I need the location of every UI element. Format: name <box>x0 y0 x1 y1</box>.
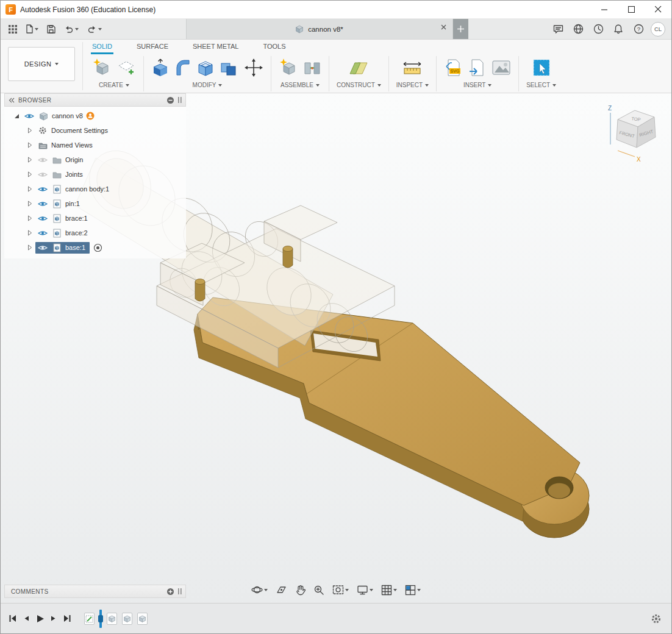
go-to-start-button[interactable] <box>8 614 17 623</box>
insert-svg-icon[interactable]: SVG <box>444 58 463 77</box>
new-component-icon[interactable] <box>92 58 112 77</box>
play-button[interactable] <box>35 614 45 624</box>
timeline-feature-sketch[interactable] <box>84 613 95 625</box>
go-to-end-button[interactable] <box>63 614 72 623</box>
press-pull-icon[interactable] <box>151 58 170 77</box>
user-avatar[interactable]: CL <box>651 22 665 37</box>
visibility-eye-off-icon[interactable] <box>37 157 48 163</box>
tab-sheet-metal[interactable]: SHEET METAL <box>191 40 240 54</box>
new-tab-button[interactable] <box>453 19 468 39</box>
maximize-button[interactable] <box>618 1 645 19</box>
group-modify-dropdown[interactable]: MODIFY <box>193 82 223 88</box>
measure-icon[interactable] <box>402 58 423 77</box>
timeline-settings-button[interactable] <box>651 613 671 624</box>
activate-component-radio[interactable] <box>93 243 102 252</box>
create-sketch-icon[interactable] <box>116 58 136 77</box>
expander-collapsed-icon[interactable] <box>26 244 34 251</box>
undo-button[interactable] <box>61 23 82 35</box>
file-menu-button[interactable] <box>23 22 41 36</box>
browser-drag-grip[interactable] <box>177 97 185 103</box>
insert-derive-icon[interactable] <box>468 58 487 77</box>
grid-settings-button[interactable] <box>380 583 398 597</box>
comments-drag-grip[interactable] <box>177 588 185 594</box>
orbit-button[interactable] <box>250 583 269 597</box>
web-button[interactable] <box>570 21 586 37</box>
tab-solid[interactable]: SOLID <box>91 40 113 54</box>
save-button[interactable] <box>44 23 59 36</box>
fit-button[interactable] <box>331 583 350 597</box>
job-status-button[interactable] <box>590 21 606 37</box>
group-insert-dropdown[interactable]: INSERT <box>463 82 492 88</box>
browser-minimize-button[interactable] <box>164 96 177 104</box>
look-at-button[interactable] <box>274 583 288 596</box>
pan-button[interactable] <box>294 583 307 597</box>
expander-collapsed-icon[interactable] <box>26 157 34 163</box>
workspace-selector[interactable]: DESIGN <box>8 47 75 81</box>
joint-icon[interactable] <box>303 58 321 77</box>
view-cube[interactable]: Z X TOP FRONT RIGHT <box>608 105 656 163</box>
viewports-button[interactable] <box>404 583 422 597</box>
expander-collapsed-icon[interactable] <box>26 142 34 148</box>
step-forward-button[interactable] <box>50 614 57 623</box>
tree-row-brace-1[interactable]: brace:1 <box>4 211 186 226</box>
close-button[interactable] <box>645 1 671 19</box>
assemble-new-component-icon[interactable] <box>279 58 298 77</box>
help-button[interactable]: ? <box>631 21 646 37</box>
group-create-dropdown[interactable]: CREATE <box>99 82 129 88</box>
visibility-eye-icon[interactable] <box>37 186 48 193</box>
tree-row-named-views[interactable]: Named Views <box>4 138 186 152</box>
collapse-panel-button[interactable] <box>5 98 18 103</box>
timeline-feature-component[interactable] <box>137 613 148 625</box>
tree-row-joints[interactable]: Joints <box>4 167 186 182</box>
display-settings-button[interactable] <box>356 583 374 597</box>
tree-row-document-settings[interactable]: Document Settings <box>4 123 186 138</box>
group-select-dropdown[interactable]: SELECT <box>526 82 556 88</box>
fillet-icon[interactable] <box>174 58 191 77</box>
notifications-button[interactable] <box>610 21 626 37</box>
visibility-eye-icon[interactable] <box>37 215 48 222</box>
comments-title: COMMENTS <box>5 588 55 595</box>
comments-expand-button[interactable] <box>164 588 177 596</box>
tree-row-origin[interactable]: Origin <box>4 152 186 167</box>
visibility-eye-icon[interactable] <box>37 230 48 237</box>
tab-close-button[interactable] <box>441 24 446 30</box>
expander-collapsed-icon[interactable] <box>26 201 34 207</box>
timeline-position-marker[interactable] <box>99 610 102 628</box>
tree-row-root[interactable]: cannon v8 <box>4 109 186 123</box>
select-icon[interactable] <box>532 58 551 77</box>
visibility-eye-icon[interactable] <box>37 201 48 207</box>
minimize-button[interactable] <box>591 1 618 19</box>
tab-tools[interactable]: TOOLS <box>262 40 287 54</box>
timeline-feature-component[interactable] <box>122 613 132 625</box>
timeline-feature-component[interactable] <box>107 613 117 625</box>
redo-button[interactable] <box>84 23 105 35</box>
tree-row-base[interactable]: base:1 <box>4 240 186 255</box>
expander-collapsed-icon[interactable] <box>26 186 34 192</box>
expander-collapsed-icon[interactable] <box>26 171 34 177</box>
document-tab[interactable]: cannon v8* <box>186 19 453 39</box>
visibility-eye-icon[interactable] <box>24 113 35 119</box>
tab-surface[interactable]: SURFACE <box>135 40 170 54</box>
canvas-image-icon[interactable] <box>491 59 511 77</box>
move-icon[interactable] <box>244 58 263 77</box>
timeline-track[interactable] <box>84 610 148 628</box>
expander-collapsed-icon[interactable] <box>26 215 34 221</box>
tree-row-pin[interactable]: pin:1 <box>4 196 186 211</box>
shell-icon[interactable] <box>196 58 215 77</box>
tree-row-cannon-body[interactable]: cannon body:1 <box>4 182 186 196</box>
group-inspect-dropdown[interactable]: INSPECT <box>396 82 429 88</box>
expander-collapsed-icon[interactable] <box>26 230 34 236</box>
zoom-button[interactable] <box>312 583 326 597</box>
tree-row-brace-2[interactable]: brace:2 <box>4 226 186 240</box>
visibility-eye-off-icon[interactable] <box>37 171 48 178</box>
construct-plane-icon[interactable] <box>348 58 369 77</box>
app-grid-button[interactable] <box>5 23 20 36</box>
group-assemble-dropdown[interactable]: ASSEMBLE <box>281 82 320 88</box>
step-back-button[interactable] <box>23 614 30 623</box>
combine-icon[interactable] <box>220 58 239 77</box>
expander-collapsed-icon[interactable] <box>26 127 34 134</box>
visibility-eye-icon[interactable] <box>37 244 48 251</box>
comments-button[interactable] <box>550 21 566 37</box>
group-construct-dropdown[interactable]: CONSTRUCT <box>337 82 381 88</box>
expander-expanded-icon[interactable] <box>13 113 20 119</box>
